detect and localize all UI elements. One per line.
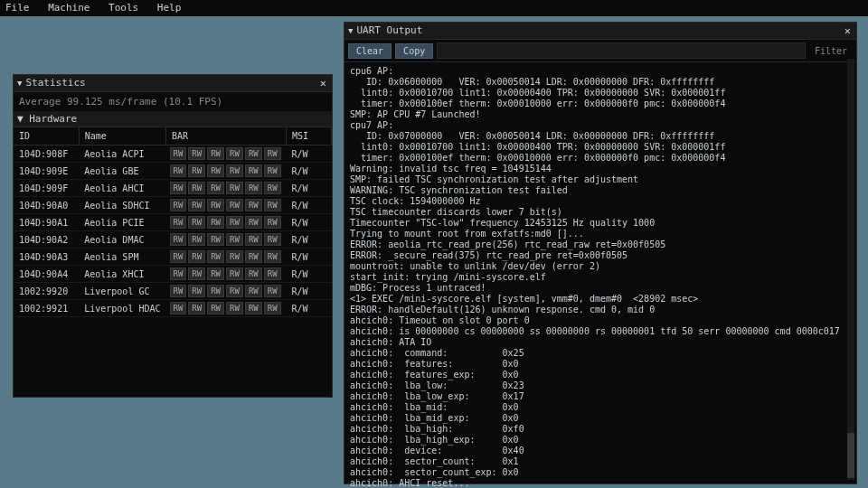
rw-badge[interactable]: RW <box>226 182 243 194</box>
rw-badge[interactable]: RW <box>207 147 224 160</box>
filter-label: Filter <box>809 46 853 56</box>
rw-badge[interactable]: RW <box>170 233 187 246</box>
rw-badge[interactable]: RW <box>245 250 262 263</box>
collapse-icon[interactable]: ▼ <box>17 75 22 91</box>
rw-badge[interactable]: RW <box>207 164 224 177</box>
hardware-table: ID Name BAR MSI 104D:908FAeolia ACPIRWRW… <box>14 127 332 317</box>
rw-badge[interactable]: RW <box>264 182 281 194</box>
device-id: 104D:909F <box>14 180 79 197</box>
col-bar[interactable]: BAR <box>166 127 287 145</box>
rw-badge[interactable]: RW <box>264 164 281 177</box>
rw-badge[interactable]: RW <box>264 147 281 160</box>
rw-badge[interactable]: RW <box>170 216 187 229</box>
rw-badge[interactable]: RW <box>188 182 205 194</box>
menu-file[interactable]: File <box>5 2 30 14</box>
rw-badge[interactable]: RW <box>188 216 205 229</box>
collapse-icon[interactable]: ▼ <box>17 113 24 125</box>
rw-badge[interactable]: RW <box>226 267 243 280</box>
rw-badge[interactable]: RW <box>207 267 224 280</box>
bar-cell: RWRWRWRWRWRW <box>166 163 287 180</box>
rw-badge[interactable]: RW <box>170 285 187 297</box>
rw-badge[interactable]: RW <box>207 233 224 246</box>
rw-badge[interactable]: RW <box>264 199 281 211</box>
rw-badge[interactable]: RW <box>245 164 262 177</box>
device-name: Aeolia SPM <box>79 249 165 266</box>
rw-badge[interactable]: RW <box>170 267 187 280</box>
scroll-thumb[interactable] <box>847 433 854 478</box>
rw-badge[interactable]: RW <box>188 267 205 280</box>
rw-badge[interactable]: RW <box>207 216 224 229</box>
rw-badge[interactable]: RW <box>170 182 187 194</box>
rw-badge[interactable]: RW <box>226 199 243 211</box>
rw-badge[interactable]: RW <box>264 233 281 246</box>
rw-badge[interactable]: RW <box>188 233 205 246</box>
rw-badge[interactable]: RW <box>170 164 187 177</box>
rw-badge[interactable]: RW <box>207 302 224 314</box>
clear-button[interactable]: Clear <box>348 43 392 59</box>
statistics-titlebar[interactable]: ▼ Statistics ✕ <box>14 75 332 92</box>
rw-badge[interactable]: RW <box>226 285 243 297</box>
filter-input[interactable] <box>437 42 806 59</box>
device-id: 104D:909E <box>14 163 79 180</box>
close-icon[interactable]: ✕ <box>843 23 853 39</box>
rw-badge[interactable]: RW <box>245 302 262 314</box>
rw-badge[interactable]: RW <box>188 285 205 297</box>
rw-badge[interactable]: RW <box>226 164 243 177</box>
rw-badge[interactable]: RW <box>170 199 187 211</box>
rw-badge[interactable]: RW <box>264 216 281 229</box>
uart-window: ▼ UART Output ✕ Clear Copy Filter cpu6 A… <box>344 22 857 484</box>
rw-badge[interactable]: RW <box>226 302 243 314</box>
msi-value: R/W <box>287 231 332 249</box>
rw-badge[interactable]: RW <box>207 250 224 263</box>
col-msi[interactable]: MSI <box>287 127 332 145</box>
msi-value: R/W <box>287 145 332 163</box>
menu-help[interactable]: Help <box>157 2 182 14</box>
rw-badge[interactable]: RW <box>245 285 262 297</box>
rw-badge[interactable]: RW <box>207 182 224 194</box>
rw-badge[interactable]: RW <box>207 199 224 211</box>
rw-badge[interactable]: RW <box>264 302 281 314</box>
rw-badge[interactable]: RW <box>226 216 243 229</box>
close-icon[interactable]: ✕ <box>318 75 328 91</box>
rw-badge[interactable]: RW <box>245 182 262 194</box>
rw-badge[interactable]: RW <box>170 147 187 160</box>
rw-badge[interactable]: RW <box>245 216 262 229</box>
device-name: Aeolia SDHCI <box>79 197 165 214</box>
menu-tools[interactable]: Tools <box>108 2 138 14</box>
rw-badge[interactable]: RW <box>245 267 262 280</box>
msi-value: R/W <box>287 266 332 283</box>
rw-badge[interactable]: RW <box>245 233 262 246</box>
rw-badge[interactable]: RW <box>264 250 281 263</box>
fps-average: Average 99.125 ms/frame (10.1 FPS) <box>14 92 332 111</box>
rw-badge[interactable]: RW <box>245 199 262 211</box>
copy-button[interactable]: Copy <box>395 43 433 59</box>
menu-machine[interactable]: Machine <box>48 2 90 14</box>
rw-badge[interactable]: RW <box>170 302 187 314</box>
rw-badge[interactable]: RW <box>264 267 281 280</box>
statistics-window: ▼ Statistics ✕ Average 99.125 ms/frame (… <box>13 74 333 398</box>
rw-badge[interactable]: RW <box>188 302 205 314</box>
rw-badge[interactable]: RW <box>264 285 281 297</box>
col-name[interactable]: Name <box>79 127 165 145</box>
device-id: 104D:90A2 <box>14 231 79 249</box>
rw-badge[interactable]: RW <box>188 147 205 160</box>
rw-badge[interactable]: RW <box>188 164 205 177</box>
uart-titlebar[interactable]: ▼ UART Output ✕ <box>344 23 856 40</box>
col-id[interactable]: ID <box>14 127 79 145</box>
rw-badge[interactable]: RW <box>188 250 205 263</box>
bar-cell: RWRWRWRWRWRW <box>166 266 287 283</box>
table-row: 104D:908FAeolia ACPIRWRWRWRWRWRWR/W <box>14 145 332 163</box>
device-id: 104D:90A3 <box>14 249 79 266</box>
rw-badge[interactable]: RW <box>170 250 187 263</box>
rw-badge[interactable]: RW <box>188 199 205 211</box>
rw-badge[interactable]: RW <box>226 233 243 246</box>
rw-badge[interactable]: RW <box>226 250 243 263</box>
collapse-icon[interactable]: ▼ <box>348 23 353 39</box>
rw-badge[interactable]: RW <box>207 285 224 297</box>
rw-badge[interactable]: RW <box>226 147 243 160</box>
scrollbar[interactable] <box>847 59 854 480</box>
hardware-section-header[interactable]: ▼ Hardware <box>14 111 332 127</box>
rw-badge[interactable]: RW <box>245 147 262 160</box>
bar-cell: RWRWRWRWRWRW <box>166 145 287 163</box>
table-row: 104D:90A1Aeolia PCIERWRWRWRWRWRWR/W <box>14 214 332 231</box>
